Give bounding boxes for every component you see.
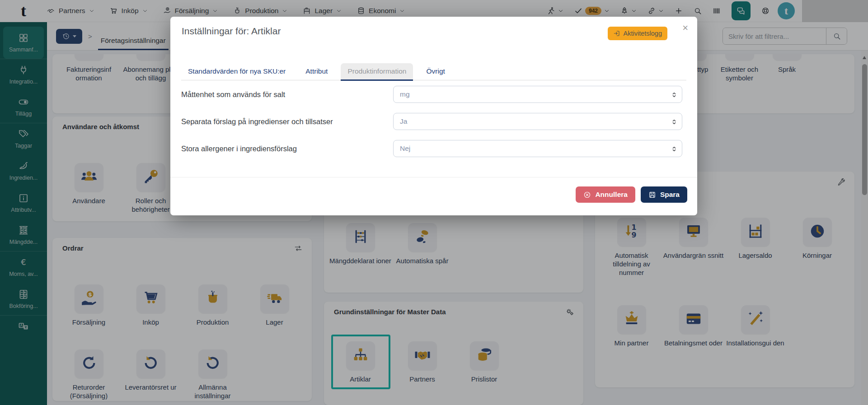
select-stepper-icon — [671, 117, 678, 129]
cancel-button[interactable]: Annullera — [576, 186, 635, 203]
form-row: Stora allergener i ingrediensförslagNej — [181, 140, 682, 157]
tab-produktinformation[interactable]: Produktinformation — [341, 63, 413, 81]
modal-footer: Annullera Spara — [576, 186, 687, 203]
save-button[interactable]: Spara — [641, 186, 687, 203]
floppy-disk-icon — [648, 191, 656, 199]
select-stepper-icon — [671, 144, 678, 156]
modal-title: Inställningar för: Artiklar — [182, 26, 281, 37]
activity-log-icon — [613, 30, 620, 37]
select-måttenhet-som-används-för-salt[interactable]: mg — [393, 86, 682, 103]
form-row: Måttenhet som används för saltmg — [181, 86, 682, 103]
activity-log-label: Aktivitetslogg — [624, 30, 662, 37]
modal-form: Måttenhet som används för saltmgSeparata… — [181, 86, 682, 167]
select-stepper-icon — [671, 90, 678, 102]
field-label: Separata förslag på ingredienser och til… — [181, 117, 393, 126]
field-label: Måttenhet som används för salt — [181, 90, 393, 99]
tab-standardvärden-för-nya-sku-er[interactable]: Standardvärden för nya SKU:er — [181, 63, 292, 80]
select-value: Ja — [400, 117, 407, 126]
field-label: Stora allergener i ingrediensförslag — [181, 144, 393, 153]
cancel-label: Annullera — [595, 191, 627, 199]
modal-tabs: Standardvärden för nya SKU:erAttributPro… — [181, 63, 686, 80]
tab-övrigt[interactable]: Övrigt — [419, 63, 451, 80]
select-value: Nej — [400, 144, 410, 153]
footer-divider — [170, 177, 697, 177]
form-row: Separata förslag på ingredienser och til… — [181, 113, 682, 130]
activity-log-button[interactable]: Aktivitetslogg — [608, 27, 667, 40]
select-separata-förslag-på-ingredienser-och-tillsatser[interactable]: Ja — [393, 113, 682, 130]
circle-x-icon — [583, 191, 591, 199]
save-label: Spara — [660, 191, 680, 199]
select-value: mg — [400, 90, 410, 98]
tab-attribut[interactable]: Attribut — [299, 63, 334, 80]
select-stora-allergener-i-ingrediensförslag[interactable]: Nej — [393, 140, 682, 157]
close-icon[interactable]: × — [682, 22, 688, 34]
settings-modal: Inställningar för: Artiklar Aktivitetslo… — [170, 17, 697, 215]
